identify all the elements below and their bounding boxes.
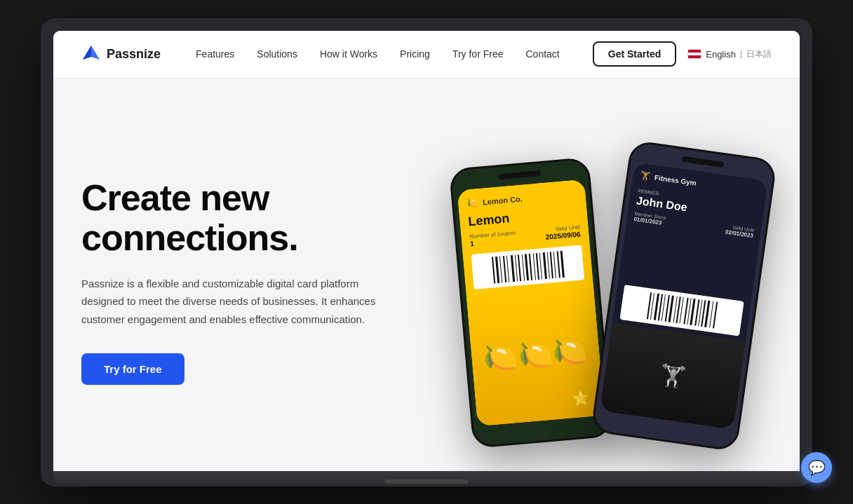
lang-current: English	[706, 49, 736, 60]
nav-how-it-works[interactable]: How it Works	[320, 48, 377, 60]
hero-phones: 🍋 Lemon Co. Lemon Number of coupon 1	[418, 121, 772, 443]
language-selector[interactable]: English | 日本語	[687, 48, 772, 60]
lemon-emoji-icon: 🍋	[466, 196, 478, 208]
chat-icon: 💬	[808, 459, 826, 476]
phone-screen-lemon: 🍋 Lemon Co. Lemon Number of coupon 1	[457, 179, 605, 426]
phone-frame-fitness: 🏋️ Fitness Gym Member John Doe Member Si…	[591, 139, 777, 451]
try-for-free-button[interactable]: Try for Free	[81, 353, 184, 385]
nav-pricing[interactable]: Pricing	[400, 48, 430, 60]
navbar: Passnize Features Solutions How it Works…	[53, 31, 800, 79]
lang-divider: |	[740, 49, 742, 59]
phone-screen-fitness: 🏋️ Fitness Gym Member John Doe Member Si…	[600, 162, 768, 429]
gym-background: 🏋️	[600, 322, 746, 429]
fitness-emoji-icon: 🏋️	[639, 170, 651, 181]
logo[interactable]: Passnize	[81, 44, 161, 64]
nav-links: Features Solutions How it Works Pricing …	[196, 48, 593, 60]
hero-content: Create new connections. Passnize is a fl…	[81, 178, 418, 386]
get-started-button[interactable]: Get Started	[593, 41, 676, 67]
phone-frame-lemon: 🍋 Lemon Co. Lemon Number of coupon 1	[449, 157, 613, 449]
member-since: Member Since 01/01/2023	[633, 211, 666, 226]
nav-contact[interactable]: Contact	[526, 48, 560, 60]
logo-text: Passnize	[107, 47, 161, 62]
nav-features[interactable]: Features	[196, 48, 234, 60]
fitness-content: Member John Doe Member Since 01/01/2023	[618, 183, 765, 298]
chat-button[interactable]: 💬	[801, 452, 832, 483]
nav-solutions[interactable]: Solutions	[257, 48, 297, 60]
laptop-base	[53, 471, 800, 486]
lang-alt[interactable]: 日本語	[746, 48, 772, 60]
phone-lemon: 🍋 Lemon Co. Lemon Number of coupon 1	[449, 157, 613, 449]
lemon-image: 🍋🍋🍋 ⭐	[466, 283, 605, 426]
barcode-lines	[491, 250, 564, 283]
lemon-card: 🍋 Lemon Co. Lemon Number of coupon 1	[457, 179, 605, 426]
lemon-star-icon: ⭐	[571, 389, 590, 407]
logo-icon	[81, 44, 101, 64]
phone-notch-fitness	[682, 156, 725, 167]
fitness-brand: Fitness Gym	[654, 173, 697, 186]
valid-until: Valid Until 02/01/2023	[725, 224, 755, 238]
hero-section: Create new connections. Passnize is a fl…	[53, 79, 800, 471]
fitness-barcode-lines	[646, 292, 717, 328]
phone-fitness: 🏋️ Fitness Gym Member John Doe Member Si…	[591, 139, 777, 451]
svg-marker-1	[83, 46, 91, 60]
fitness-gym-image: 🏋️	[600, 322, 746, 429]
japan-flag-icon	[687, 49, 701, 59]
lemon-brand: Lemon Co.	[483, 194, 523, 206]
lemon-barcode	[471, 245, 585, 290]
fitness-card: 🏋️ Fitness Gym Member John Doe Member Si…	[600, 162, 768, 429]
hero-title: Create new connections.	[81, 178, 418, 258]
phone-notch-lemon	[499, 170, 541, 179]
nav-try-for-free[interactable]: Try for Free	[452, 48, 504, 60]
hero-description: Passnize is a flexible and customizable …	[81, 275, 376, 329]
nav-right: Get Started English | 日本語	[593, 41, 772, 67]
